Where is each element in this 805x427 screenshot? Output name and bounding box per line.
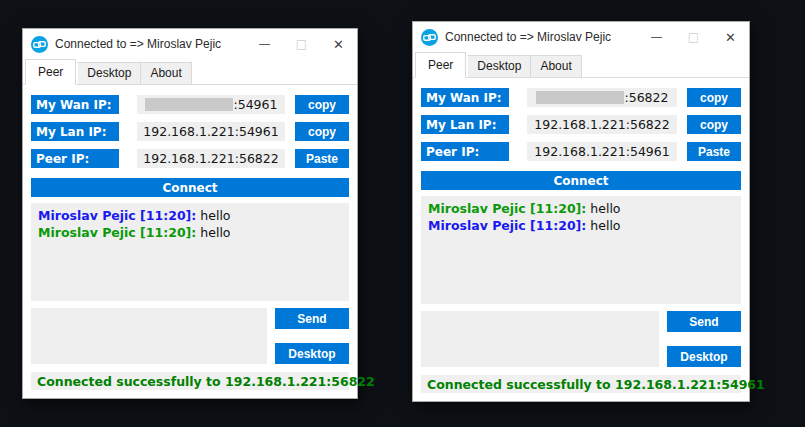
wan-ip-field[interactable]: :56822 bbox=[527, 88, 677, 107]
minimize-icon[interactable]: — bbox=[638, 22, 675, 52]
window-controls: — □ ✕ bbox=[638, 22, 749, 52]
paste-button[interactable]: Paste bbox=[295, 149, 349, 168]
message-text: hello bbox=[590, 201, 620, 216]
minimize-icon[interactable]: — bbox=[246, 29, 283, 59]
chat-message: Miroslav Pejic [11:20]: hello bbox=[38, 208, 342, 225]
copy-lan-button[interactable]: copy bbox=[687, 115, 741, 134]
window-title: Connected to => Miroslav Pejic bbox=[445, 30, 611, 44]
app-window-right: Connected to => Miroslav Pejic — □ ✕ Pee… bbox=[412, 21, 750, 402]
chat-log[interactable]: Miroslav Pejic [11:20]: hello Miroslav P… bbox=[31, 203, 349, 301]
lan-ip-label: My Lan IP: bbox=[421, 115, 509, 134]
lan-ip-field[interactable]: 192.168.1.221:54961 bbox=[137, 122, 285, 141]
lan-ip-row: My Lan IP: 192.168.1.221:54961 copy bbox=[31, 122, 349, 141]
chat-message: Miroslav Pejic [11:20]: hello bbox=[428, 218, 734, 235]
peer-ip-label: Peer IP: bbox=[421, 142, 509, 161]
chat-message: Miroslav Pejic [11:20]: hello bbox=[38, 225, 342, 242]
tab-desktop[interactable]: Desktop bbox=[468, 55, 531, 77]
message-sender: Miroslav Pejic [11:20]: bbox=[38, 208, 196, 223]
peer-ip-row: Peer IP: 192.168.1.221:56822 Paste bbox=[31, 149, 349, 168]
wan-ip-field[interactable]: :54961 bbox=[137, 95, 285, 114]
message-text: hello bbox=[590, 218, 620, 233]
maximize-icon[interactable]: □ bbox=[283, 29, 320, 59]
title-bar[interactable]: Connected to => Miroslav Pejic — □ ✕ bbox=[413, 22, 749, 52]
peer-ip-field[interactable]: 192.168.1.221:56822 bbox=[137, 149, 285, 168]
wan-ip-value: :54961 bbox=[234, 97, 278, 112]
peer-ip-label: Peer IP: bbox=[31, 149, 119, 168]
desktop-background: { "page": { "background_color": "#0d1015… bbox=[0, 0, 805, 427]
app-window-left: Connected to => Miroslav Pejic — □ ✕ Pee… bbox=[22, 28, 358, 399]
peer-ip-field[interactable]: 192.168.1.221:54961 bbox=[527, 142, 677, 161]
wan-ip-label: My Wan IP: bbox=[421, 88, 509, 107]
window-title: Connected to => Miroslav Pejic bbox=[55, 37, 221, 51]
message-input[interactable] bbox=[31, 308, 267, 364]
chat-message: Miroslav Pejic [11:20]: hello bbox=[428, 201, 734, 218]
action-buttons: Send Desktop bbox=[275, 308, 349, 364]
tab-about[interactable]: About bbox=[531, 55, 581, 77]
status-bar: Connected successfully to 192.168.1.221:… bbox=[31, 372, 349, 390]
redaction-box bbox=[536, 91, 624, 104]
app-link-icon bbox=[421, 29, 438, 46]
tab-strip: Peer Desktop About bbox=[413, 52, 749, 78]
redaction-box bbox=[145, 98, 233, 111]
peer-tab-page: My Wan IP: :56822 copy My Lan IP: 192.16… bbox=[413, 78, 749, 401]
tab-peer[interactable]: Peer bbox=[25, 59, 76, 85]
lan-ip-row: My Lan IP: 192.168.1.221:56822 copy bbox=[421, 115, 741, 134]
peer-ip-row: Peer IP: 192.168.1.221:54961 Paste bbox=[421, 142, 741, 161]
send-button[interactable]: Send bbox=[275, 308, 349, 329]
lan-ip-label: My Lan IP: bbox=[31, 122, 119, 141]
copy-lan-button[interactable]: copy bbox=[295, 122, 349, 141]
chat-log[interactable]: Miroslav Pejic [11:20]: hello Miroslav P… bbox=[421, 196, 741, 304]
message-text: hello bbox=[200, 225, 230, 240]
compose-row: Send Desktop bbox=[421, 311, 741, 367]
message-sender: Miroslav Pejic [11:20]: bbox=[38, 225, 196, 240]
tab-peer[interactable]: Peer bbox=[415, 52, 466, 78]
message-input[interactable] bbox=[421, 311, 659, 367]
peer-tab-page: My Wan IP: :54961 copy My Lan IP: 192.16… bbox=[23, 85, 357, 398]
message-text: hello bbox=[200, 208, 230, 223]
tab-desktop[interactable]: Desktop bbox=[78, 62, 141, 84]
title-bar[interactable]: Connected to => Miroslav Pejic — □ ✕ bbox=[23, 29, 357, 59]
send-button[interactable]: Send bbox=[667, 311, 741, 332]
copy-wan-button[interactable]: copy bbox=[687, 88, 741, 107]
window-controls: — □ ✕ bbox=[246, 29, 357, 59]
peer-ip-value: 192.168.1.221:56822 bbox=[143, 151, 278, 166]
desktop-button[interactable]: Desktop bbox=[667, 346, 741, 367]
tab-strip: Peer Desktop About bbox=[23, 59, 357, 85]
message-sender: Miroslav Pejic [11:20]: bbox=[428, 218, 586, 233]
wan-ip-label: My Wan IP: bbox=[31, 95, 119, 114]
tab-about[interactable]: About bbox=[141, 62, 191, 84]
status-bar: Connected successfully to 192.168.1.221:… bbox=[421, 375, 741, 393]
maximize-icon[interactable]: □ bbox=[675, 22, 712, 52]
close-icon[interactable]: ✕ bbox=[712, 22, 749, 52]
connect-button[interactable]: Connect bbox=[31, 178, 349, 197]
compose-row: Send Desktop bbox=[31, 308, 349, 364]
desktop-button[interactable]: Desktop bbox=[275, 343, 349, 364]
paste-button[interactable]: Paste bbox=[687, 142, 741, 161]
app-link-icon bbox=[31, 36, 48, 53]
connect-button[interactable]: Connect bbox=[421, 171, 741, 190]
lan-ip-value: 192.168.1.221:54961 bbox=[143, 124, 278, 139]
wan-ip-row: My Wan IP: :56822 copy bbox=[421, 88, 741, 107]
message-sender: Miroslav Pejic [11:20]: bbox=[428, 201, 586, 216]
wan-ip-value: :56822 bbox=[625, 90, 669, 105]
copy-wan-button[interactable]: copy bbox=[295, 95, 349, 114]
peer-ip-value: 192.168.1.221:54961 bbox=[534, 144, 669, 159]
close-icon[interactable]: ✕ bbox=[320, 29, 357, 59]
wan-ip-row: My Wan IP: :54961 copy bbox=[31, 95, 349, 114]
lan-ip-value: 192.168.1.221:56822 bbox=[534, 117, 669, 132]
action-buttons: Send Desktop bbox=[667, 311, 741, 367]
lan-ip-field[interactable]: 192.168.1.221:56822 bbox=[527, 115, 677, 134]
